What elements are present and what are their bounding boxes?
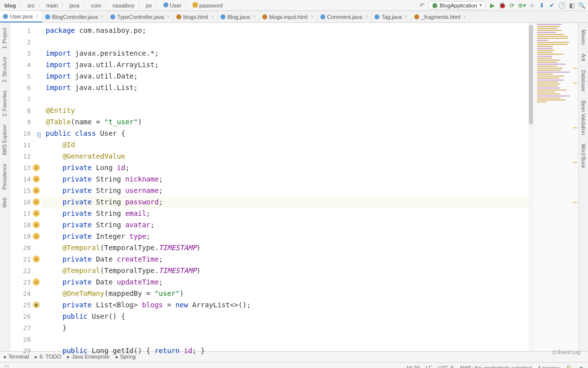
right-tool-stripe: MavenAntDatabaseBean ValidationWord Book: [578, 23, 588, 351]
gutter: 12345678910🗄111213a14a15a16a17a18a19a202…: [10, 23, 41, 351]
tab-label: Comment.java: [327, 14, 363, 20]
breadcrumb-item[interactable]: src: [26, 2, 36, 9]
status-left: ☐: [4, 365, 9, 368]
tab-label: _fragments.html: [421, 14, 460, 20]
tab-label: blogs-input.html: [269, 14, 308, 20]
close-icon[interactable]: ×: [311, 14, 314, 19]
status-cursor[interactable]: 16:29: [406, 365, 420, 368]
analyzer-icon[interactable]: ☻: [578, 365, 584, 368]
editor: 12345678910🗄111213a14a15a16a17a18a19a202…: [10, 23, 578, 351]
toolbar-right: ↶ ⬤ BlogApplication ▾ ▶ 🐞 ⟳ ⊕▾ ■ ⬇ ✔ 🕑 ◧…: [419, 1, 585, 9]
breadcrumb-item[interactable]: com: [89, 2, 103, 9]
tab-label: Tag.java: [381, 14, 402, 20]
status-aws[interactable]: AWS: No credentials selected: [459, 365, 531, 368]
tab-label: BlogController.java: [52, 14, 98, 20]
scrollbar[interactable]: [528, 23, 533, 351]
layout-icon[interactable]: ◧: [568, 2, 575, 9]
editor-tabs: User.java×BlogController.java×TypeContro…: [0, 11, 588, 23]
breadcrumb-item[interactable]: java: [68, 2, 81, 9]
breadcrumb[interactable]: blog〉src〉main〉java〉com〉nasaiboy〉po〉User〉…: [3, 1, 224, 9]
tool-tab[interactable]: Ant: [581, 52, 586, 63]
breadcrumb-item[interactable]: User: [162, 2, 183, 9]
breadcrumb-item[interactable]: main: [45, 2, 60, 9]
close-icon[interactable]: ×: [101, 14, 104, 19]
breadcrumb-item[interactable]: nasaiboy: [111, 2, 136, 9]
back-icon[interactable]: ↶: [419, 2, 426, 9]
tab-label: blogs.html: [183, 14, 208, 20]
editor-tab[interactable]: Comment.java×: [317, 11, 372, 22]
tool-tab[interactable]: 1: Project: [2, 26, 7, 51]
coverage-icon[interactable]: ⟳: [509, 2, 515, 9]
top-bar: blog〉src〉main〉java〉com〉nasaiboy〉po〉User〉…: [0, 0, 588, 11]
git-pull-icon[interactable]: ⬇: [538, 2, 545, 9]
git-commit-icon[interactable]: ✔: [548, 2, 555, 9]
search-icon[interactable]: 🔍: [578, 2, 585, 9]
run-config-label: BlogApplication: [440, 2, 477, 8]
breadcrumb-item[interactable]: po: [145, 2, 153, 9]
run-icon[interactable]: ▶: [489, 2, 496, 9]
editor-tab[interactable]: blogs.html×: [173, 11, 218, 22]
tool-tab[interactable]: Database: [581, 68, 586, 93]
close-icon[interactable]: ×: [365, 14, 368, 19]
editor-tab[interactable]: blogs-input.html×: [259, 11, 317, 22]
left-tool-stripe: 1: Project2: Structure2: FavoritesAWS Ex…: [0, 23, 10, 351]
tool-tab[interactable]: Web: [2, 195, 7, 209]
breadcrumb-item[interactable]: blog: [3, 2, 17, 9]
run-config-selector[interactable]: ⬤ BlogApplication ▾: [429, 1, 486, 9]
status-encoding[interactable]: UTF-8: [438, 365, 453, 368]
tool-tab[interactable]: Word Book: [581, 142, 586, 170]
git-history-icon[interactable]: 🕑: [558, 2, 565, 9]
close-icon[interactable]: ×: [36, 13, 39, 19]
close-icon[interactable]: ×: [463, 14, 466, 19]
debug-icon[interactable]: 🐞: [499, 2, 506, 9]
editor-tab[interactable]: _fragments.html×: [411, 11, 470, 22]
tool-tab[interactable]: Bean Validation: [581, 98, 586, 137]
tab-label: Blog.java: [227, 14, 250, 20]
editor-tab[interactable]: BlogController.java×: [42, 11, 107, 22]
event-log-link[interactable]: ⊡ Event Log: [552, 350, 580, 355]
editor-tab[interactable]: User.java×: [0, 11, 42, 22]
close-icon[interactable]: ×: [405, 14, 408, 19]
stop-icon[interactable]: ■: [528, 2, 535, 9]
breadcrumb-item[interactable]: password: [191, 2, 224, 9]
status-lf[interactable]: LF: [426, 365, 432, 368]
tab-label: TypeController.java: [117, 14, 164, 20]
code-area[interactable]: package com.nasaiboy.po;import javax.per…: [41, 23, 528, 351]
tab-label: User.java: [10, 13, 33, 19]
minimap[interactable]: [533, 23, 578, 351]
status-bar: ☐ 16:29 LF UTF-8 AWS: No credentials sel…: [0, 362, 588, 368]
tool-tab[interactable]: Maven: [581, 28, 586, 47]
tool-tab[interactable]: 2: Favorites: [2, 89, 7, 118]
tool-tab[interactable]: AWS Explorer: [2, 122, 7, 157]
status-indent[interactable]: 4 spaces: [537, 365, 559, 368]
tool-tab[interactable]: 2: Structure: [2, 55, 7, 85]
close-icon[interactable]: ×: [211, 14, 214, 19]
lock-icon[interactable]: 🔒: [565, 365, 572, 368]
editor-tab[interactable]: Blog.java×: [218, 11, 259, 22]
close-icon[interactable]: ×: [253, 14, 256, 19]
editor-tab[interactable]: Tag.java×: [371, 11, 411, 22]
close-icon[interactable]: ×: [167, 14, 170, 19]
profile-icon[interactable]: ⊕▾: [518, 2, 525, 9]
editor-tab[interactable]: TypeController.java×: [107, 11, 173, 22]
tool-tab[interactable]: Persistence: [2, 162, 7, 191]
